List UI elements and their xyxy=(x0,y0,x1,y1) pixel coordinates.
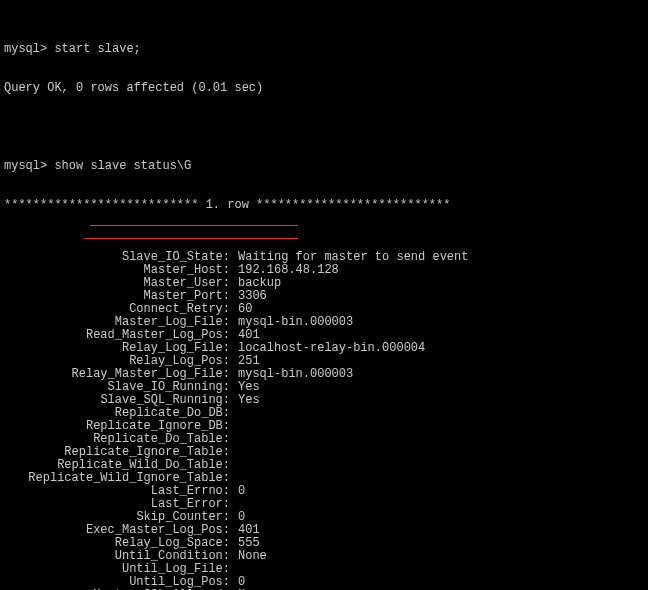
status-value xyxy=(238,563,644,576)
status-value xyxy=(238,446,644,459)
status-row: Relay_Log_Space: 555 xyxy=(4,537,644,550)
query-ok-line: Query OK, 0 rows affected (0.01 sec) xyxy=(4,82,644,95)
highlight-underline-io-running xyxy=(90,225,298,226)
status-row: Master_User: backup xyxy=(4,277,644,290)
status-value: 555 xyxy=(238,537,644,550)
highlight-underline-sql-running xyxy=(84,238,298,239)
status-row: Until_Condition: None xyxy=(4,550,644,563)
status-row: Until_Log_File: xyxy=(4,563,644,576)
status-row: Relay_Master_Log_File: mysql-bin.000003 xyxy=(4,368,644,381)
status-row: Last_Errno: 0 xyxy=(4,485,644,498)
status-value: 3306 xyxy=(238,290,644,303)
status-row: Master_Host: 192.168.48.128 xyxy=(4,264,644,277)
status-row: Slave_SQL_Running: Yes xyxy=(4,394,644,407)
status-value: localhost-relay-bin.000004 xyxy=(238,342,644,355)
status-value xyxy=(238,433,644,446)
status-row: Exec_Master_Log_Pos: 401 xyxy=(4,524,644,537)
status-value: 0 xyxy=(238,576,644,589)
slave-status-block: Slave_IO_State: Waiting for master to se… xyxy=(4,251,644,590)
status-value: backup xyxy=(238,277,644,290)
status-row: Master_Port: 3306 xyxy=(4,290,644,303)
status-value xyxy=(238,498,644,511)
status-value: 0 xyxy=(238,511,644,524)
row-separator-stars: *************************** 1. row *****… xyxy=(4,199,644,212)
status-row: Relay_Log_File: localhost-relay-bin.0000… xyxy=(4,342,644,355)
status-value xyxy=(238,472,644,485)
blank-line xyxy=(4,121,644,134)
status-value xyxy=(238,459,644,472)
mysql-prompt-start-slave: mysql> start slave; xyxy=(4,43,644,56)
status-value: mysql-bin.000003 xyxy=(238,316,644,329)
status-value: mysql-bin.000003 xyxy=(238,368,644,381)
status-value: 401 xyxy=(238,524,644,537)
status-value: 0 xyxy=(238,485,644,498)
status-value xyxy=(238,407,644,420)
status-value: Yes xyxy=(238,381,644,394)
mysql-prompt-show-status: mysql> show slave status\G xyxy=(4,160,644,173)
status-row: Last_Error: xyxy=(4,498,644,511)
status-value: None xyxy=(238,550,644,563)
status-value: 192.168.48.128 xyxy=(238,264,644,277)
status-row: Replicate_Wild_Ignore_Table: xyxy=(4,472,644,485)
status-value: Yes xyxy=(238,394,644,407)
status-value xyxy=(238,420,644,433)
terminal-window[interactable]: mysql> start slave; Query OK, 0 rows aff… xyxy=(0,0,648,590)
